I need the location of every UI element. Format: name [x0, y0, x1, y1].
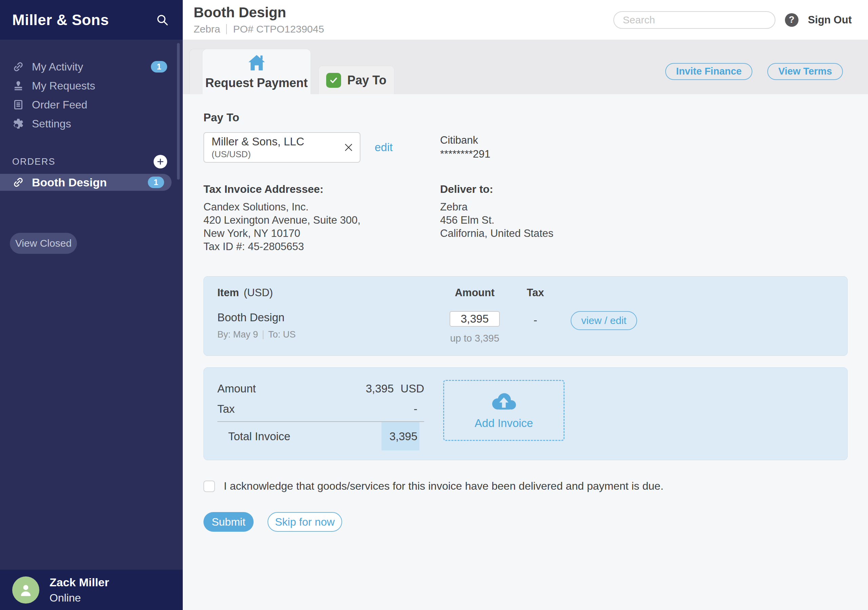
- totals-currency: USD: [400, 382, 424, 395]
- tab-label: Request Payment: [205, 76, 307, 90]
- cloud-upload-icon: [489, 391, 519, 412]
- column-currency: (USD): [244, 287, 273, 299]
- view-edit-button[interactable]: view / edit: [570, 311, 637, 330]
- amount-cell: 3,395 up to 3,395: [449, 311, 500, 344]
- link-icon: [12, 61, 25, 73]
- item-name: Booth Design: [217, 311, 441, 324]
- tab-strip: Request Payment Pay To Invite Finance Vi…: [183, 40, 868, 94]
- document-icon: [12, 99, 25, 111]
- addressee-line: New York, NY 10170: [203, 227, 440, 240]
- invite-finance-button[interactable]: Invite Finance: [665, 63, 752, 80]
- orders-section-header: ORDERS: [0, 154, 183, 169]
- request-payment-panel: Pay To Miller & Sons, LLC (US/USD) ed: [183, 94, 868, 610]
- user-name: Zack Miller: [50, 575, 109, 590]
- sign-out-link[interactable]: Sign Out: [808, 14, 852, 26]
- skip-for-now-button[interactable]: Skip for now: [268, 512, 342, 532]
- totals-tax-label: Tax: [217, 403, 380, 415]
- acknowledge-text: I acknowledge that goods/services for th…: [224, 480, 663, 492]
- sidebar-spacer: [0, 254, 183, 570]
- sidebar-item-label: Settings: [32, 118, 71, 130]
- breadcrumb: Zebra PO# CTPO1239045: [194, 23, 324, 35]
- item-meta-by: By: May 9: [217, 330, 258, 340]
- amount-input[interactable]: 3,395: [450, 311, 500, 327]
- home-icon: [247, 54, 267, 72]
- link-icon: [12, 176, 25, 189]
- addressee-heading: Tax Invoice Addressee:: [203, 183, 440, 195]
- add-invoice-label: Add Invoice: [475, 417, 533, 430]
- add-order-button[interactable]: [153, 155, 167, 169]
- tab-pay-to[interactable]: Pay To: [318, 66, 394, 94]
- payee-selector[interactable]: Miller & Sons, LLC (US/USD): [203, 132, 360, 163]
- brand-title: Miller & Sons: [12, 11, 109, 28]
- sidebar-header: Miller & Sons: [0, 0, 183, 40]
- items-panel: Item(USD) Amount Tax Booth Design By: Ma…: [203, 276, 848, 356]
- item-meta: By: May 9 To: US: [217, 330, 441, 340]
- item-cell: Booth Design By: May 9 To: US: [217, 311, 441, 340]
- addressee-line: Candex Solutions, Inc.: [203, 200, 440, 214]
- items-header-row: Item(USD) Amount Tax: [217, 287, 834, 299]
- help-button[interactable]: ?: [785, 13, 798, 27]
- gear-icon: [12, 118, 25, 130]
- total-invoice-value: 3,395: [381, 422, 419, 451]
- addressee-line: Tax ID #: 45-2805653: [203, 240, 440, 253]
- item-action-cell: view / edit: [570, 311, 645, 330]
- page-title: Booth Design: [194, 5, 324, 20]
- sidebar-item-label: My Requests: [32, 80, 95, 92]
- submit-button[interactable]: Submit: [203, 512, 254, 532]
- vendor-name: Zebra: [194, 23, 220, 35]
- addressee-line: 420 Lexington Avenue, Suite 300,: [203, 214, 440, 227]
- sidebar-scrollbar[interactable]: [177, 43, 180, 180]
- tax-value: -: [508, 311, 563, 327]
- sidebar-item-my-requests[interactable]: My Requests: [0, 76, 183, 95]
- amount-limit: up to 3,395: [450, 333, 499, 344]
- totals-tax-row: Tax -: [217, 401, 424, 417]
- tax-invoice-addressee: Tax Invoice Addressee: Candex Solutions,…: [203, 183, 440, 253]
- totals-amount-label: Amount: [217, 382, 356, 395]
- search-input[interactable]: [613, 11, 775, 29]
- deliver-line: California, United States: [440, 227, 848, 240]
- plus-icon: [156, 158, 164, 166]
- sidebar-item-order-feed[interactable]: Order Feed: [0, 95, 183, 114]
- sidebar-item-settings[interactable]: Settings: [0, 114, 183, 133]
- bank-name: Citibank: [440, 133, 848, 147]
- totals-panel: Amount 3,395 USD Tax - Total Invoice 3,3…: [203, 367, 848, 460]
- user-panel[interactable]: Zack Miller Online: [0, 570, 183, 610]
- edit-payee-link[interactable]: edit: [375, 141, 393, 154]
- payee-name: Miller & Sons, LLC: [212, 135, 338, 148]
- check-icon: [326, 73, 341, 88]
- pay-to-heading: Pay To: [203, 111, 848, 124]
- search-icon[interactable]: [156, 13, 169, 27]
- bank-account-masked: ********291: [440, 147, 848, 161]
- pay-to-row: Miller & Sons, LLC (US/USD) edit Citiban…: [203, 132, 848, 163]
- total-invoice-label: Total Invoice: [217, 422, 381, 451]
- form-actions: Submit Skip for now: [203, 512, 848, 532]
- activity-badge: 1: [151, 61, 167, 73]
- sidebar-item-booth-design[interactable]: Booth Design 1: [0, 174, 172, 191]
- deliver-heading: Deliver to:: [440, 183, 848, 195]
- sidebar-item-my-activity[interactable]: My Activity 1: [0, 57, 183, 76]
- item-row: Booth Design By: May 9 To: US 3,395 up t…: [217, 311, 834, 344]
- sidebar-item-label: My Activity: [32, 61, 83, 73]
- divider: [226, 24, 227, 34]
- bank-details: Citibank ********291: [440, 133, 848, 161]
- add-invoice-dropzone[interactable]: Add Invoice: [443, 380, 564, 441]
- app-window: Miller & Sons My Activity 1: [0, 0, 868, 610]
- sidebar-nav: My Activity 1 My Requests: [0, 57, 183, 133]
- payee-detail: (US/USD): [212, 149, 338, 159]
- addresses-row: Tax Invoice Addressee: Candex Solutions,…: [203, 183, 848, 253]
- person-icon: [17, 581, 34, 599]
- sidebar-item-label: Order Feed: [32, 99, 87, 111]
- tab-request-payment[interactable]: Request Payment: [202, 49, 311, 94]
- stamp-icon: [12, 80, 25, 92]
- acknowledge-row: I acknowledge that goods/services for th…: [203, 480, 848, 492]
- view-closed-button[interactable]: View Closed: [10, 233, 77, 254]
- clear-payee-icon[interactable]: [343, 142, 354, 153]
- totals-table: Amount 3,395 USD Tax - Total Invoice 3,3…: [217, 381, 424, 451]
- deliver-to: Deliver to: Zebra 456 Elm St. California…: [440, 183, 848, 253]
- tab-label: Pay To: [347, 73, 386, 87]
- orders-title: ORDERS: [12, 156, 56, 167]
- acknowledge-checkbox[interactable]: [203, 480, 215, 492]
- order-item-label: Booth Design: [32, 176, 107, 189]
- totals-amount-value: 3,395: [356, 382, 394, 395]
- view-terms-button[interactable]: View Terms: [767, 63, 843, 80]
